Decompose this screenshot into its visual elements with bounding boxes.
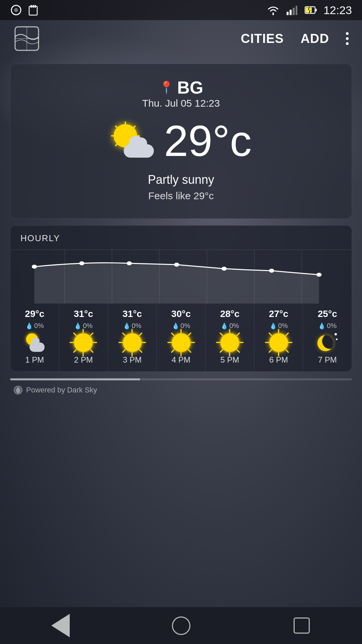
svg-point-32 [32,265,37,269]
hourly-items: 29°c 💧0% 1 PM 31°c 💧0% [10,304,352,371]
status-right: 12:23 [267,4,352,17]
sun-icon-5pm [221,333,239,352]
svg-line-69 [237,333,239,335]
battery-icon [305,4,317,16]
time-6pm: 6 PM [269,355,288,365]
weather-icon-1pm [24,332,45,353]
circle-icon [10,4,22,16]
svg-rect-8 [293,8,295,15]
svg-line-75 [269,333,272,335]
svg-rect-11 [315,9,317,11]
app-logo[interactable] [13,25,40,52]
back-button[interactable] [47,612,74,639]
svg-line-70 [220,350,223,352]
sun-icon-3pm [123,333,141,352]
svg-line-54 [123,350,125,352]
weather-icon-7pm [317,332,338,353]
wifi-icon [267,4,279,16]
date-time: Thu. Jul 05 12:23 [24,98,338,109]
hourly-item-4pm: 30°c 💧0% 4 PM [157,304,206,371]
weather-icon-2pm [73,332,94,353]
svg-line-25 [116,143,118,146]
weather-card: 📍 BG Thu. Jul 05 12:23 [10,64,352,219]
svg-rect-6 [287,12,289,15]
drop-icon-1pm: 💧 [25,322,33,330]
hourly-item-2pm: 31°c 💧0% 2 PM [59,304,108,371]
hourly-item-6pm: 27°c 💧0% 6 PM [254,304,303,371]
svg-line-67 [220,333,223,335]
bottom-nav [0,607,362,644]
cloud-overlay [124,139,154,158]
time-5pm: 5 PM [221,355,239,365]
hourly-header: HOURLY [10,226,352,250]
svg-line-52 [139,350,142,352]
hourly-item-7pm: 25°c 💧0% 7 PM [303,304,352,371]
temperature: 29°c [164,119,252,163]
home-button[interactable] [168,612,194,639]
svg-rect-5 [35,5,36,8]
city-header: 📍 BG Thu. Jul 05 12:23 [24,77,338,109]
temperature-chart [10,250,352,304]
svg-point-33 [79,261,84,265]
signal-icon [286,4,298,16]
svg-line-77 [286,333,288,335]
temp-4pm: 30°c [171,309,191,319]
temp-2pm: 31°c [74,309,93,319]
svg-line-76 [286,350,288,352]
time-7pm: 7 PM [318,355,337,365]
svg-point-1 [14,8,18,12]
svg-line-60 [188,350,191,352]
moon-icon-7pm [317,332,338,353]
menu-button[interactable] [346,30,349,47]
hourly-item-5pm: 28°c 💧0% 5 PM [205,304,254,371]
svg-line-46 [74,350,76,352]
status-left [10,4,39,16]
weather-description: Partly sunny [24,173,338,187]
recents-button[interactable] [288,612,315,639]
sun-icon-2pm [74,333,93,352]
svg-rect-4 [33,5,34,8]
svg-line-62 [172,350,174,352]
temp-1pm: 29°c [25,309,44,319]
weather-icon-5pm [220,332,240,353]
top-nav: CITIES ADD [241,30,349,47]
svg-rect-7 [290,10,292,15]
status-time: 12:23 [323,4,352,17]
partly-cloudy-icon [110,124,154,158]
time-3pm: 3 PM [123,355,141,365]
sun-icon-6pm [269,333,288,352]
dot3 [346,42,349,45]
weather-icon-6pm [268,332,289,353]
svg-point-35 [174,263,179,267]
sd-card-icon [27,4,39,16]
temp-5pm: 28°c [220,309,240,319]
temp-6pm: 27°c [269,309,288,319]
svg-line-43 [74,333,76,335]
svg-line-59 [172,333,174,335]
svg-line-78 [269,350,272,352]
svg-point-36 [222,267,227,271]
hourly-label: HOURLY [20,233,60,243]
powered-by: Powered by Dark Sky [0,380,362,400]
hourly-item-3pm: 31°c 💧0% 3 PM [108,304,157,371]
svg-line-51 [123,333,125,335]
svg-line-53 [139,333,142,335]
feels-like: Feels like 29°c [24,190,338,202]
weather-main: 29°c [24,119,338,163]
dot2 [346,37,349,40]
cities-button[interactable]: CITIES [241,32,284,46]
sun-icon-4pm [172,333,190,352]
svg-line-68 [237,350,239,352]
hourly-card: HOURLY 29°c 💧0% [10,225,352,372]
dot1 [346,32,349,35]
precip-7pm: 💧0% [318,322,337,330]
svg-line-44 [90,350,93,352]
weather-icon-3pm [122,332,142,353]
temp-3pm: 31°c [122,309,142,319]
drop-icon-7pm: 💧 [318,322,325,330]
time-4pm: 4 PM [172,355,190,365]
status-bar: 12:23 [0,0,362,20]
add-button[interactable]: ADD [301,32,329,46]
top-bar: CITIES ADD [0,20,362,57]
svg-line-45 [90,333,93,335]
